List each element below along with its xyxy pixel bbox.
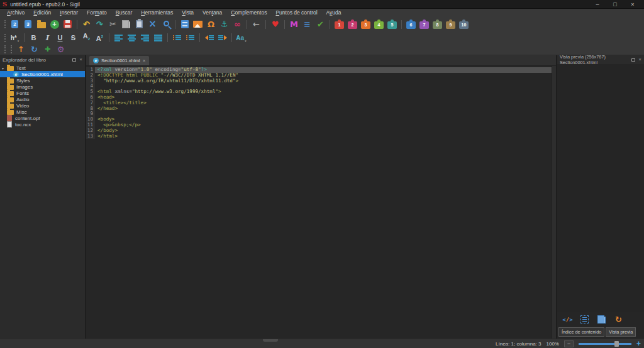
superscript-button[interactable]: A2: [94, 33, 105, 43]
insert-special-character-button[interactable]: Ω: [206, 19, 216, 30]
metadata-editor-button[interactable]: M: [289, 19, 299, 30]
increase-indent-button[interactable]: [217, 33, 228, 43]
pages-icon[interactable]: [596, 314, 607, 325]
plugin-4-button[interactable]: 4: [374, 19, 384, 30]
bold-button[interactable]: B: [28, 33, 39, 43]
plugin-1-button[interactable]: 1: [334, 19, 345, 30]
numbered-list-button[interactable]: [185, 33, 196, 43]
tree-item-section0001-xhtml[interactable]: eSection0001.xhtml: [0, 71, 85, 77]
editor-scrollbar[interactable]: [552, 66, 556, 339]
back-button[interactable]: ←: [251, 19, 262, 30]
menu-formato[interactable]: Formato: [82, 9, 111, 17]
generate-toc-button[interactable]: ≡: [302, 19, 313, 30]
decrease-indent-button[interactable]: [204, 33, 214, 43]
folder-icon: [7, 66, 14, 71]
dock-tab-índice-de-contenido[interactable]: Índice de contenido: [558, 327, 604, 337]
tree-item-misc[interactable]: Misc: [0, 109, 85, 115]
insert-link-button[interactable]: ∞: [232, 19, 243, 30]
refresh-preview-icon[interactable]: ↻: [613, 314, 624, 325]
cut-button[interactable]: ✂: [108, 19, 118, 30]
undo-button[interactable]: ↶: [81, 19, 92, 30]
float-panel-icon[interactable]: [72, 58, 76, 62]
tree-item-fonts[interactable]: Fonts: [0, 90, 85, 96]
tree-item-text[interactable]: ▾Text: [0, 65, 85, 71]
plugin-10-button[interactable]: 10: [458, 19, 469, 30]
menu-buscar[interactable]: Buscar: [111, 9, 136, 17]
delete-button[interactable]: ×: [147, 19, 158, 30]
deploy-button[interactable]: ↑: [16, 44, 26, 55]
donate-heart-button[interactable]: ♥: [270, 19, 280, 30]
code-line: 8</head>: [86, 106, 552, 112]
code-line: 6<head>: [86, 95, 552, 101]
new-epub2-button[interactable]: 2: [9, 19, 20, 30]
zoom-slider[interactable]: [579, 343, 631, 345]
save-button[interactable]: [62, 19, 73, 30]
split-section-button[interactable]: [179, 19, 190, 30]
heading-style-button[interactable]: h*▾: [9, 33, 20, 43]
dock-tab-vista-previa[interactable]: Vista previa: [606, 327, 636, 337]
italic-button[interactable]: I: [42, 33, 52, 43]
spellcheck-button[interactable]: ✔: [315, 19, 326, 30]
copy-button[interactable]: [121, 19, 131, 30]
zoom-in-button[interactable]: +: [636, 340, 641, 347]
underline-button[interactable]: U: [55, 33, 65, 43]
open-book-button[interactable]: [36, 19, 47, 30]
plugin-2-button[interactable]: 2: [347, 19, 358, 30]
paste-button[interactable]: [134, 19, 145, 30]
align-justify-button[interactable]: [153, 33, 164, 43]
align-left-button[interactable]: [113, 33, 124, 43]
maximize-button[interactable]: □: [606, 0, 624, 9]
tree-item-audio[interactable]: Audio: [0, 96, 85, 102]
plugin-7-button[interactable]: 7: [419, 19, 430, 30]
menu-ventana[interactable]: Ventana: [198, 9, 226, 17]
align-center-button[interactable]: [126, 33, 137, 43]
menu-puntos-de-control[interactable]: Puntos de control: [271, 9, 321, 17]
strikethrough-button[interactable]: S: [68, 33, 79, 43]
menu-insertar[interactable]: Insertar: [55, 9, 82, 17]
change-case-button[interactable]: Aa▾: [236, 33, 247, 43]
expander-icon[interactable]: ▾: [2, 66, 7, 70]
menu-vista[interactable]: Vista: [177, 9, 198, 17]
menu-complementos[interactable]: Complementos: [226, 9, 271, 17]
menu-edici-n[interactable]: Edición: [29, 9, 55, 17]
add-existing-files-button[interactable]: +: [49, 19, 60, 30]
settings-gear-button[interactable]: ⚙: [55, 44, 66, 55]
bullet-list-button[interactable]: [172, 33, 182, 43]
menu-herramientas[interactable]: Herramientas: [136, 9, 177, 17]
plugin-9-button[interactable]: 9: [445, 19, 456, 30]
toc-list-icon[interactable]: [579, 314, 590, 325]
insert-id-button[interactable]: ⚓: [219, 19, 230, 30]
tree-item-content-opf[interactable]: content.opf: [0, 115, 85, 121]
plugin-8-button[interactable]: 8: [432, 19, 443, 30]
tab-section0001[interactable]: e Section0001.xhtml ×: [89, 56, 149, 65]
tree-item-images[interactable]: Images: [0, 84, 85, 90]
plugin-5-button[interactable]: 5: [387, 19, 397, 30]
find-replace-button[interactable]: [160, 19, 171, 30]
splitter-handle[interactable]: [263, 339, 278, 342]
refresh-button[interactable]: ↻: [29, 44, 40, 55]
code-line: 10<body>: [86, 117, 552, 122]
subscript-button[interactable]: A2: [81, 33, 92, 43]
donate-plus-button[interactable]: ✚: [42, 44, 53, 55]
tab-close-icon[interactable]: ×: [143, 58, 146, 63]
menu-archivo[interactable]: Archivo: [3, 9, 29, 17]
menu-ayuda[interactable]: Ayuda: [322, 9, 346, 17]
float-panel-icon[interactable]: [631, 58, 635, 62]
close-panel-icon[interactable]: ×: [638, 57, 641, 62]
close-panel-icon[interactable]: ×: [79, 57, 82, 62]
insert-image-button[interactable]: [192, 19, 203, 30]
tree-item-toc-ncx[interactable]: toc.ncx: [0, 121, 85, 128]
new-epub3-button[interactable]: 3: [23, 19, 33, 30]
redo-button[interactable]: ↷: [94, 19, 105, 30]
zoom-out-button[interactable]: −: [564, 340, 574, 347]
tree-item-styles[interactable]: Styles: [0, 77, 85, 84]
plugin-3-button[interactable]: 3: [360, 19, 371, 30]
zoom-slider-knob[interactable]: [614, 341, 619, 347]
plugin-6-button[interactable]: 6: [406, 19, 416, 30]
align-right-button[interactable]: [140, 33, 150, 43]
tree-item-video[interactable]: Video: [0, 102, 85, 109]
minimize-button[interactable]: –: [589, 0, 606, 9]
close-button[interactable]: ×: [624, 0, 641, 9]
code-editor[interactable]: 1<?xml version="1.0" encoding="utf-8"?>2…: [86, 66, 552, 339]
code-view-icon[interactable]: </>: [562, 314, 573, 325]
